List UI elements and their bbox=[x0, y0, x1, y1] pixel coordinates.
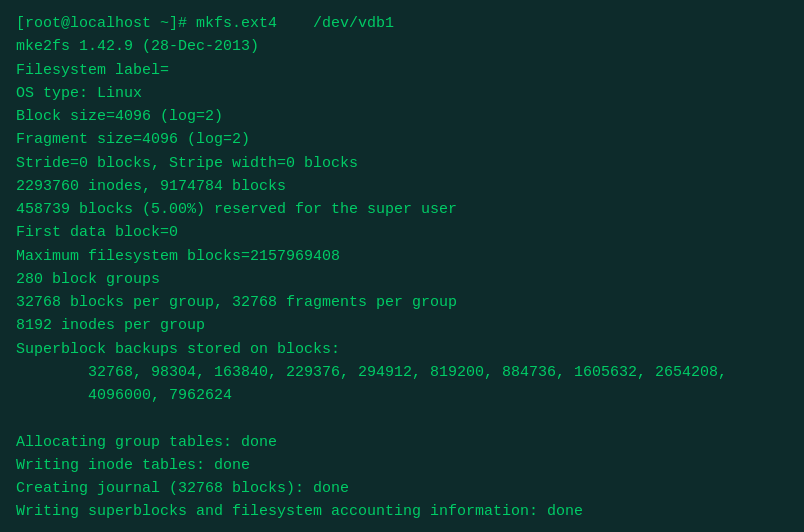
terminal-line: Creating journal (32768 blocks): done bbox=[16, 477, 788, 500]
terminal-line: Stride=0 blocks, Stripe width=0 blocks bbox=[16, 152, 788, 175]
terminal-line: Allocating group tables: done bbox=[16, 431, 788, 454]
terminal-line: 8192 inodes per group bbox=[16, 314, 788, 337]
terminal-line: 32768, 98304, 163840, 229376, 294912, 81… bbox=[16, 361, 788, 384]
terminal-line: Block size=4096 (log=2) bbox=[16, 105, 788, 128]
terminal-line: OS type: Linux bbox=[16, 82, 788, 105]
terminal-line: Fragment size=4096 (log=2) bbox=[16, 128, 788, 151]
terminal-line: Writing superblocks and filesystem accou… bbox=[16, 500, 788, 523]
terminal-line: 2293760 inodes, 9174784 blocks bbox=[16, 175, 788, 198]
terminal-line: Filesystem label= bbox=[16, 59, 788, 82]
terminal-line: First data block=0 bbox=[16, 221, 788, 244]
terminal-line: 4096000, 7962624 bbox=[16, 384, 788, 407]
terminal-line: [root@localhost ~]# mkfs.ext4 /dev/vdb1 bbox=[16, 12, 788, 35]
terminal-line: 458739 blocks (5.00%) reserved for the s… bbox=[16, 198, 788, 221]
terminal-line: 32768 blocks per group, 32768 fragments … bbox=[16, 291, 788, 314]
terminal-line: Superblock backups stored on blocks: bbox=[16, 338, 788, 361]
terminal-line: mke2fs 1.42.9 (28-Dec-2013) bbox=[16, 35, 788, 58]
terminal-window: [root@localhost ~]# mkfs.ext4 /dev/vdb1 … bbox=[16, 12, 788, 532]
empty-line bbox=[16, 524, 788, 533]
terminal-line: 280 block groups bbox=[16, 268, 788, 291]
terminal-line: Writing inode tables: done bbox=[16, 454, 788, 477]
terminal-line: Maximum filesystem blocks=2157969408 bbox=[16, 245, 788, 268]
empty-line bbox=[16, 407, 788, 430]
